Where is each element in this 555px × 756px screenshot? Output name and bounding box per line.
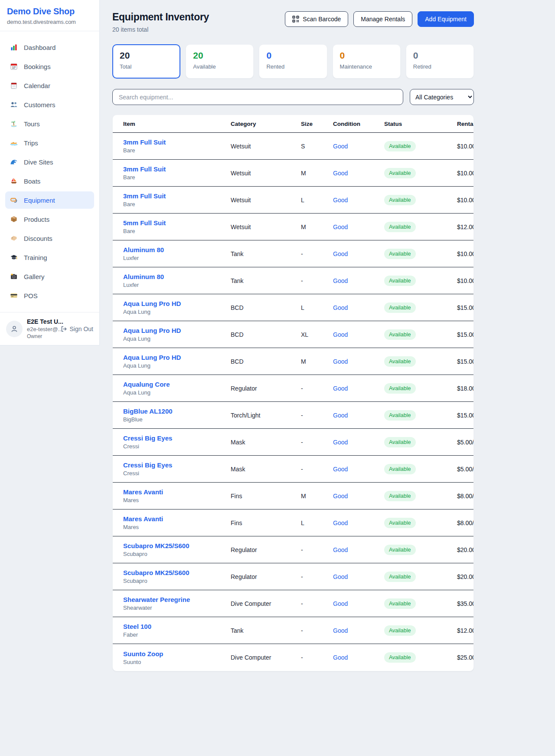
item-condition-link[interactable]: Good [333,466,384,473]
item-rental: $25.00/day [457,654,474,661]
add-equipment-button[interactable]: Add Equipment [418,11,474,27]
item-name-link[interactable]: Aqua Lung Pro HD [123,327,181,334]
sidebar-item-tours[interactable]: Tours [5,115,94,132]
products-icon [10,215,18,224]
status-badge: Available [384,276,416,286]
stat-card-retired[interactable]: 0Retired [406,44,474,79]
stat-card-rented[interactable]: 0Rented [259,44,327,79]
item-condition-link[interactable]: Good [333,224,384,230]
brand-title[interactable]: Demo Dive Shop [7,7,92,16]
sidebar-item-equipment[interactable]: Equipment [5,191,94,209]
status-badge: Available [384,572,416,582]
item-name-link[interactable]: 5mm Full Suit [123,219,166,227]
sidebar-item-products[interactable]: Products [5,210,94,228]
item-name-link[interactable]: Cressi Big Eyes [123,434,172,442]
item-name-link[interactable]: Scubapro MK25/S600 [123,569,189,576]
item-name-link[interactable]: Steel 100 [123,623,151,630]
scan-barcode-button[interactable]: Scan Barcode [285,11,348,27]
sidebar-item-discounts[interactable]: Discounts [5,230,94,247]
sign-out-button[interactable]: Sign Out [60,325,93,332]
item-condition-link[interactable]: Good [333,439,384,446]
user-name: E2E Test U... [27,318,56,325]
manage-rentals-button[interactable]: Manage Rentals [353,11,412,27]
sidebar-item-boats[interactable]: Boats [5,172,94,190]
item-name-link[interactable]: Aluminum 80 [123,246,164,253]
stat-card-total[interactable]: 20Total [112,44,180,79]
item-condition-link[interactable]: Good [333,412,384,419]
item-name-link[interactable]: Scubapro MK25/S600 [123,542,189,549]
item-condition-link[interactable]: Good [333,385,384,392]
table-row: Suunto Zoop Suunto Dive Computer - Good … [113,644,473,671]
item-condition-link[interactable]: Good [333,519,384,526]
item-condition-link[interactable]: Good [333,197,384,204]
sidebar-nav: Dashboard17BookingsCalendarCustomersTour… [0,31,99,312]
item-name-link[interactable]: Suunto Zoop [123,650,163,657]
sidebar-item-dive-sites[interactable]: Dive Sites [5,153,94,171]
avatar [6,321,23,337]
item-condition-link[interactable]: Good [333,600,384,607]
sidebar-item-pos[interactable]: POS [5,287,94,304]
sidebar-item-calendar[interactable]: Calendar [5,77,94,94]
item-name-link[interactable]: 3mm Full Suit [123,165,166,173]
sidebar-item-label: Tours [24,120,40,128]
table-row: Aqua Lung Pro HD Aqua Lung BCD L Good Av… [113,294,473,321]
item-size: XL [301,331,333,338]
item-name-link[interactable]: Aqua Lung Pro HD [123,354,181,361]
item-name-link[interactable]: Mares Avanti [123,515,163,523]
item-condition-link[interactable]: Good [333,358,384,365]
item-condition-link[interactable]: Good [333,331,384,338]
discounts-icon [10,234,18,243]
item-size: - [301,600,333,607]
item-name-link[interactable]: Shearwater Peregrine [123,596,190,603]
status-badge: Available [384,195,416,205]
category-filter[interactable]: All Categories [410,89,474,105]
item-rental: $12.00/day [457,224,474,230]
sidebar-item-bookings[interactable]: 17Bookings [5,58,94,75]
item-brand: Bare [123,147,231,154]
item-brand: Cressi [123,443,231,450]
item-rental: $18.00/day [457,385,474,392]
table-row: Aluminum 80 Luxfer Tank - Good Available… [113,267,473,294]
item-name-link[interactable]: Aqualung Core [123,381,170,388]
item-category: Dive Computer [231,654,301,661]
item-size: - [301,654,333,661]
item-condition-link[interactable]: Good [333,170,384,177]
item-condition-link[interactable]: Good [333,627,384,634]
stat-card-maintenance[interactable]: 0Maintenance [333,44,401,79]
item-name-link[interactable]: Mares Avanti [123,488,163,496]
item-condition-link[interactable]: Good [333,143,384,150]
status-badge: Available [384,329,416,340]
sidebar-item-gallery[interactable]: Gallery [5,268,94,285]
item-name-link[interactable]: BigBlue AL1200 [123,408,173,415]
training-icon [10,253,18,262]
table-row: Aluminum 80 Luxfer Tank - Good Available… [113,240,473,267]
item-condition-link[interactable]: Good [333,277,384,284]
status-badge: Available [384,598,416,609]
sidebar-item-customers[interactable]: Customers [5,96,94,113]
item-condition-link[interactable]: Good [333,304,384,311]
item-name-link[interactable]: Aqua Lung Pro HD [123,300,181,307]
item-rental: $20.00/day [457,573,474,580]
item-name-link[interactable]: 3mm Full Suit [123,192,166,200]
item-condition-link[interactable]: Good [333,250,384,257]
item-condition-link[interactable]: Good [333,546,384,553]
item-condition-link[interactable]: Good [333,493,384,500]
search-input[interactable] [112,89,403,105]
sidebar-item-dashboard[interactable]: Dashboard [5,39,94,56]
item-brand: Faber [123,631,231,638]
sidebar-item-training[interactable]: Training [5,249,94,266]
sidebar-item-trips[interactable]: Trips [5,134,94,151]
item-rental: $12.00/day [457,627,474,634]
item-condition-link[interactable]: Good [333,654,384,661]
item-name-link[interactable]: Aluminum 80 [123,273,164,280]
items-count: 20 items total [112,26,209,33]
stat-card-available[interactable]: 20Available [186,44,254,79]
status-badge: Available [384,302,416,313]
item-brand: Aqua Lung [123,389,231,396]
item-size: M [301,358,333,365]
item-condition-link[interactable]: Good [333,573,384,580]
item-size: - [301,277,333,284]
item-name-link[interactable]: 3mm Full Suit [123,138,166,146]
item-category: Mask [231,439,301,446]
item-name-link[interactable]: Cressi Big Eyes [123,461,172,469]
